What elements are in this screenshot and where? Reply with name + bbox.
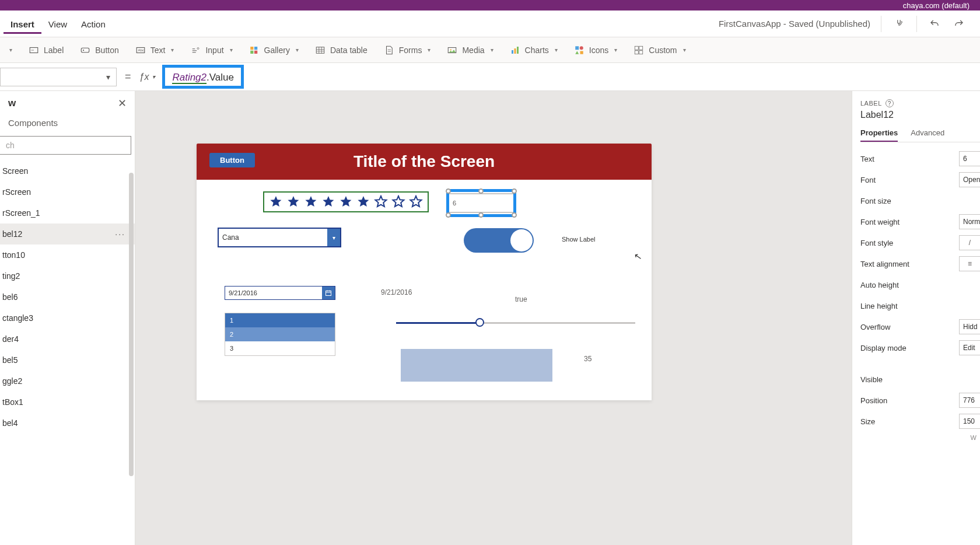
cmd-dropdown-arrow[interactable]: ▾ (0, 37, 20, 62)
slider[interactable] (396, 322, 635, 324)
help-icon[interactable]: ? (886, 99, 894, 107)
components-tab[interactable]: Components (0, 112, 135, 130)
rectangle[interactable] (401, 349, 552, 382)
more-icon[interactable]: ··· (115, 229, 125, 239)
control-name[interactable]: Label12 (860, 110, 980, 120)
tab-properties[interactable]: Properties (860, 128, 898, 142)
redo-icon[interactable] (952, 17, 966, 31)
canvas-area[interactable]: Button Title of the Screen 6 Cana ▾ Show… (135, 91, 852, 545)
formula-tail: .Value (206, 72, 234, 83)
prop-size-field[interactable]: 150 (959, 414, 980, 429)
tree-item[interactable]: Screen (0, 160, 135, 181)
cmd-custom-text: Custom (649, 46, 677, 55)
tab-insert[interactable]: Insert (4, 13, 41, 34)
prop-text-field[interactable]: 6 (959, 151, 980, 166)
media-icon (447, 45, 457, 55)
list-item[interactable]: 1 (225, 313, 335, 327)
svg-rect-22 (326, 291, 331, 296)
cmd-button[interactable]: Button (72, 37, 127, 62)
combobox[interactable]: Cana ▾ (218, 228, 341, 247)
prop-textalign-label: Text alignment (860, 260, 909, 268)
cmd-forms[interactable]: Forms▾ (376, 37, 439, 62)
list-item[interactable]: 2 (225, 327, 335, 341)
tree-item[interactable]: ting2 (0, 265, 135, 287)
tree-item[interactable]: ggle2 (0, 371, 135, 392)
list-item[interactable]: 3 (225, 341, 335, 355)
prop-autoheight-label: Auto height (860, 281, 899, 289)
undo-icon[interactable] (928, 17, 942, 31)
toggle[interactable] (464, 228, 534, 253)
svg-rect-20 (635, 50, 639, 54)
prop-fontsize-label: Font size (860, 197, 891, 205)
cmd-label[interactable]: Label (20, 37, 72, 62)
slider-value-label: 35 (584, 355, 592, 363)
align-left-icon[interactable]: ≡ (959, 256, 980, 271)
cmd-datatable[interactable]: Data table (307, 37, 376, 62)
svg-point-12 (450, 49, 452, 50)
cmd-input[interactable]: Input▾ (182, 37, 240, 62)
tree-item[interactable]: bel4 (0, 413, 135, 434)
svg-rect-8 (250, 50, 253, 53)
tab-advanced[interactable]: Advanced (911, 128, 944, 142)
health-icon[interactable] (892, 17, 906, 31)
listbox[interactable]: 1 2 3 (225, 313, 335, 356)
cmd-custom[interactable]: Custom▾ (625, 37, 694, 62)
tab-action[interactable]: Action (74, 13, 113, 34)
tree-item[interactable]: tton10 (0, 244, 135, 265)
tree-item-selected[interactable]: bel12··· (0, 223, 135, 244)
slider-thumb[interactable] (475, 318, 484, 327)
tree-header: w (8, 97, 16, 109)
scrollbar[interactable] (129, 173, 134, 476)
prop-displaymode-label: Display mode (860, 344, 907, 352)
svg-text:Abc: Abc (138, 48, 144, 52)
property-selector[interactable]: ▾ (0, 68, 117, 86)
tree-item[interactable]: rScreen_1 (0, 202, 135, 223)
cmd-icons[interactable]: Icons▾ (566, 37, 625, 62)
svg-rect-14 (514, 48, 516, 54)
selected-label[interactable]: 6 (446, 189, 516, 217)
tree-item[interactable]: ctangle3 (0, 308, 135, 329)
tree-item[interactable]: bel6 (0, 287, 135, 308)
prop-overflow-field[interactable]: Hidd (959, 319, 980, 334)
cmd-charts[interactable]: Charts▾ (502, 37, 566, 62)
cmd-text-text: Text (150, 46, 166, 55)
cmd-gallery[interactable]: Gallery▾ (241, 37, 307, 62)
formula-text[interactable]: Rating2.Value (172, 71, 234, 83)
fx-label[interactable]: ƒx▾ (139, 72, 156, 82)
cmd-forms-text: Forms (399, 46, 422, 55)
cmd-input-text: Input (205, 46, 223, 55)
canvas[interactable]: Button Title of the Screen 6 Cana ▾ Show… (197, 144, 652, 400)
prop-fontweight-label: Font weight (860, 218, 900, 226)
tree-item[interactable]: der4 (0, 329, 135, 350)
date-picker[interactable]: 9/21/2016 (225, 286, 335, 300)
tree-item[interactable]: bel5 (0, 350, 135, 371)
tree-item[interactable]: tBox1 (0, 392, 135, 413)
rating-control[interactable] (263, 191, 429, 212)
close-icon[interactable]: ✕ (118, 97, 127, 110)
svg-rect-10 (316, 47, 324, 53)
control-type: LABEL (860, 100, 882, 107)
calendar-icon[interactable] (322, 287, 335, 299)
svg-rect-18 (635, 46, 639, 50)
input-icon (190, 45, 201, 55)
svg-point-17 (580, 46, 583, 50)
search-input[interactable]: ch (0, 136, 131, 155)
cmd-icons-text: Icons (589, 46, 608, 55)
screen-title: Title of the Screen (354, 152, 495, 171)
header-button[interactable]: Button (209, 153, 255, 167)
prop-visible-label: Visible (860, 375, 883, 384)
cmd-media[interactable]: Media▾ (439, 37, 501, 62)
tab-view[interactable]: View (41, 13, 74, 34)
prop-position-field[interactable]: 776 (959, 393, 980, 408)
cmd-datatable-text: Data table (330, 46, 368, 55)
svg-rect-9 (254, 50, 257, 53)
prop-fontstyle-field[interactable]: / (959, 235, 980, 250)
prop-font-field[interactable]: Open (959, 172, 980, 187)
tree-item[interactable]: rScreen (0, 181, 135, 202)
svg-rect-15 (517, 47, 519, 54)
chevron-down-icon[interactable]: ▾ (327, 229, 340, 246)
prop-displaymode-field[interactable]: Edit (959, 340, 980, 355)
prop-fontweight-field[interactable]: Norm (959, 214, 980, 229)
formula-bar: ▾ = ƒx▾ Rating2.Value (0, 63, 980, 91)
cmd-text[interactable]: Abc Text▾ (127, 37, 183, 62)
